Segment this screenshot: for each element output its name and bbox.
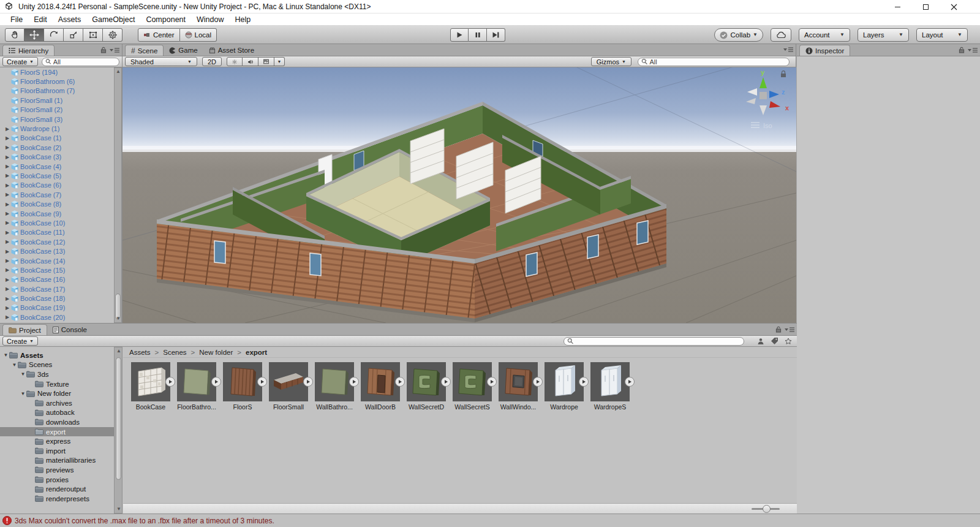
hierarchy-item[interactable]: ▶BookCase (8) (0, 199, 114, 208)
collapse-arrow-icon[interactable]: ▼ (20, 391, 26, 396)
gizmos-dropdown[interactable]: Gizmos▼ (591, 57, 631, 66)
project-create-button[interactable]: Create▼ (2, 336, 38, 346)
hierarchy-item[interactable]: ▶BookCase (17) (0, 284, 114, 294)
expand-arrow-icon[interactable]: ▶ (4, 249, 11, 254)
layout-dropdown[interactable]: Layout▼ (916, 28, 968, 42)
expand-arrow-icon[interactable]: ▶ (4, 277, 11, 282)
asset-item-floorsmall[interactable]: FloorSmall (269, 362, 308, 411)
tab-game[interactable]: Game (164, 45, 203, 56)
transform-tool-button[interactable] (103, 28, 123, 42)
hierarchy-item[interactable]: ▶Wardrope (1) (0, 124, 114, 133)
hierarchy-item[interactable]: ▶BookCase (6) (0, 181, 114, 190)
hierarchy-item[interactable]: ▶BookCase (12) (0, 237, 114, 246)
hierarchy-item[interactable]: ▶BookCase (19) (0, 303, 114, 313)
expand-arrow-icon[interactable]: ▶ (4, 258, 11, 264)
window-maximize-button[interactable] (911, 0, 940, 13)
hierarchy-scrollbar[interactable]: ▲ ▼ (114, 67, 122, 323)
tree-item-scenes[interactable]: ▼Scenes (0, 360, 122, 370)
scene-menu-icon[interactable] (783, 47, 793, 53)
expand-arrow-icon[interactable]: ▶ (4, 267, 11, 273)
hierarchy-item[interactable]: ▶BookCase (10) (0, 218, 114, 227)
prefab-expand-badge[interactable] (303, 377, 313, 387)
breadcrumb-assets[interactable]: Assets (129, 349, 151, 356)
expand-arrow-icon[interactable]: ▶ (4, 126, 11, 132)
expand-arrow-icon[interactable]: ▶ (4, 173, 11, 178)
asset-thumbnail[interactable] (453, 362, 492, 401)
hierarchy-item[interactable]: FloorSmall (2) (0, 105, 114, 115)
tab-project[interactable]: Project (2, 324, 47, 335)
inspector-menu-icon[interactable] (968, 47, 978, 53)
lighting-toggle-button[interactable] (227, 57, 243, 66)
hierarchy-item[interactable]: ▶BookCase (3) (0, 153, 114, 162)
hierarchy-item[interactable]: FloorSmall (3) (0, 115, 114, 124)
hierarchy-item[interactable]: ▶BookCase (13) (0, 246, 114, 256)
hierarchy-item[interactable]: FloorBathroom (6) (0, 77, 114, 86)
tree-item-export[interactable]: export (0, 427, 122, 437)
prefab-expand-badge[interactable] (395, 377, 405, 387)
tree-item-renderoutput[interactable]: renderoutput (0, 484, 122, 494)
hierarchy-search-input[interactable] (53, 58, 114, 66)
account-dropdown[interactable]: Account▼ (799, 28, 850, 42)
tree-item-assets[interactable]: ▼Assets (0, 351, 122, 360)
asset-item-wallwindo-[interactable]: WallWindo... (499, 362, 538, 411)
expand-arrow-icon[interactable]: ▶ (4, 154, 11, 160)
expand-arrow-icon[interactable]: ▶ (4, 296, 11, 301)
expand-arrow-icon[interactable]: ▶ (4, 164, 11, 169)
breadcrumb-new-folder[interactable]: New folder (199, 349, 233, 356)
hand-tool-button[interactable] (5, 28, 24, 42)
window-minimize-button[interactable] (883, 0, 911, 13)
prefab-expand-badge[interactable] (211, 377, 221, 387)
rect-tool-button[interactable] (83, 28, 103, 42)
collab-dropdown[interactable]: Collab▼ (714, 28, 763, 42)
effects-dropdown[interactable]: ▼ (274, 57, 285, 66)
prefab-expand-badge[interactable] (487, 377, 497, 387)
tree-item-downloads[interactable]: downloads (0, 417, 122, 427)
expand-arrow-icon[interactable]: ▶ (4, 220, 11, 226)
scene-search-input[interactable] (649, 58, 784, 66)
audio-toggle-button[interactable] (243, 57, 258, 66)
expand-arrow-icon[interactable]: ▶ (4, 145, 11, 150)
asset-thumbnail[interactable] (545, 362, 584, 401)
effects-toggle-button[interactable] (258, 57, 274, 66)
prefab-expand-badge[interactable] (349, 377, 359, 387)
tree-item-proxies[interactable]: proxies (0, 475, 122, 485)
asset-item-wardropes[interactable]: WardropeS (590, 362, 630, 411)
scale-tool-button[interactable] (64, 28, 83, 42)
expand-arrow-icon[interactable]: ▶ (4, 239, 11, 245)
play-button[interactable] (450, 28, 469, 42)
hierarchy-item[interactable]: ▶BookCase (5) (0, 171, 114, 180)
prefab-expand-badge[interactable] (165, 377, 175, 387)
shading-dropdown[interactable]: Shaded▼ (125, 57, 197, 66)
project-search-input[interactable] (575, 338, 739, 345)
pivot-toggle-button[interactable]: Center (138, 28, 180, 42)
asset-item-walldoorb[interactable]: WallDoorB (361, 362, 400, 411)
hierarchy-item[interactable]: FloorS (194) (0, 67, 114, 77)
project-tree-scrollbar[interactable]: ▲ ▼ (114, 347, 123, 514)
menu-assets[interactable]: Assets (53, 14, 87, 25)
create-menu-button[interactable]: Create▼ (2, 57, 38, 66)
expand-arrow-icon[interactable]: ▶ (4, 202, 11, 207)
tab-hierarchy[interactable]: Hierarchy (2, 45, 55, 56)
hierarchy-item[interactable]: ▶BookCase (9) (0, 209, 114, 218)
tab-asset-store[interactable]: Asset Store (203, 45, 260, 56)
cloud-services-button[interactable] (771, 28, 791, 42)
hierarchy-lock-icon[interactable] (100, 47, 107, 53)
hierarchy-item[interactable]: ▶BookCase (14) (0, 256, 114, 265)
asset-thumbnail[interactable] (499, 362, 538, 401)
window-close-button[interactable] (940, 0, 968, 13)
asset-item-wallsecretd[interactable]: WallSecretD (407, 362, 446, 411)
inspector-lock-icon[interactable] (959, 47, 965, 53)
menu-window[interactable]: Window (191, 14, 229, 25)
asset-thumbnail[interactable] (315, 362, 354, 401)
menu-gameobject[interactable]: GameObject (86, 14, 140, 25)
layers-dropdown[interactable]: Layers▼ (858, 28, 909, 42)
asset-thumbnail[interactable] (269, 362, 308, 401)
asset-item-bookcase[interactable]: BookCase (131, 362, 170, 411)
expand-arrow-icon[interactable]: ▶ (4, 286, 11, 292)
rotate-tool-button[interactable] (44, 28, 64, 42)
asset-item-floors[interactable]: FloorS (223, 362, 262, 411)
expand-arrow-icon[interactable]: ▶ (4, 230, 11, 235)
prefab-expand-badge[interactable] (579, 377, 589, 387)
tree-item-new-folder[interactable]: ▼New folder (0, 389, 122, 398)
collapse-arrow-icon[interactable]: ▼ (2, 352, 9, 358)
